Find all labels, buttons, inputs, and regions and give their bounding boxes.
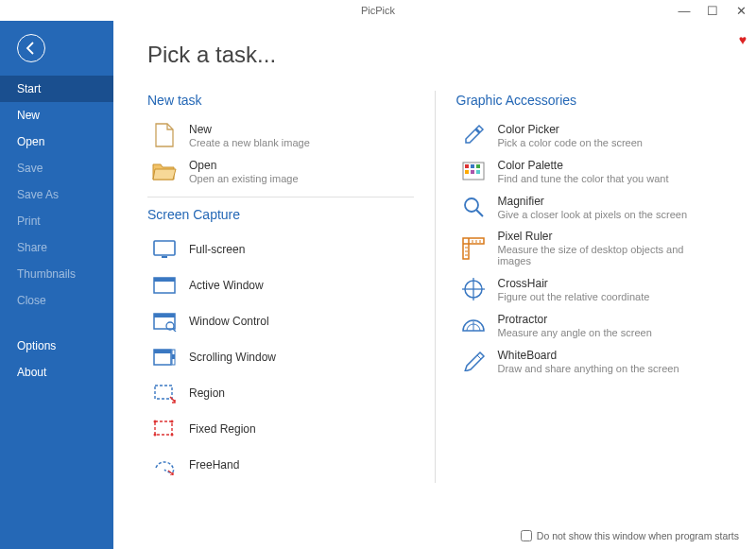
task-desc: Open an existing image [189,173,299,184]
task-title: Fixed Region [189,422,256,436]
task-desc: Find and tune the color that you want [498,173,669,184]
sidebar-label: Print [17,214,41,228]
freehand-icon [151,452,178,478]
minimize-button[interactable]: — [677,4,692,18]
task-color-palette[interactable]: Color Palette Find and tune the color th… [456,153,723,189]
task-title: Full-screen [189,243,245,256]
do-not-show-checkbox[interactable] [521,530,532,541]
task-active-window[interactable]: Active Window [147,267,414,303]
sidebar-item-print[interactable]: Print [0,208,113,234]
close-button[interactable]: ✕ [733,4,748,18]
title-bar: PicPick — ☐ ✕ [0,0,756,21]
svg-point-16 [154,434,157,437]
task-title: WhiteBoard [498,349,679,362]
open-folder-icon [151,158,178,184]
crosshair-icon [460,276,487,302]
task-title: Color Picker [498,123,643,136]
task-freehand[interactable]: FreeHand [147,447,414,483]
svg-point-25 [465,198,478,212]
fixed-region-icon [151,416,178,442]
svg-rect-9 [154,350,171,353]
svg-rect-19 [465,164,469,168]
sidebar-label: Save [17,162,43,175]
color-palette-icon [460,158,487,184]
maximize-button[interactable]: ☐ [705,4,720,18]
task-desc: Figure out the relative coordinate [498,291,650,302]
sidebar-item-save-as[interactable]: Save As [0,181,113,208]
window-controls: — ☐ ✕ [669,0,756,22]
task-desc: Measure any angle on the screen [498,327,652,338]
svg-rect-3 [154,278,175,282]
sidebar-item-about[interactable]: About [0,359,113,386]
footer-checkbox-row[interactable]: Do not show this window when program sta… [521,530,739,541]
svg-point-17 [171,434,174,437]
svg-line-26 [476,210,483,216]
page-title: Pick a task... [147,42,722,68]
sidebar-item-share[interactable]: Share [0,234,113,261]
task-fixed-region[interactable]: Fixed Region [147,411,414,447]
svg-rect-0 [154,241,175,255]
task-title: Magnifier [498,195,688,208]
svg-rect-20 [471,164,474,168]
svg-rect-24 [476,170,480,174]
ruler-icon [460,235,487,262]
svg-rect-23 [471,170,474,174]
svg-rect-5 [154,314,175,317]
sidebar-label: Share [17,241,47,254]
task-scrolling-window[interactable]: Scrolling Window [147,339,414,375]
sidebar-item-save[interactable]: Save [0,155,113,181]
task-pixel-ruler[interactable]: Pixel Ruler Measure the size of desktop … [456,225,723,271]
task-window-control[interactable]: Window Control [147,303,414,339]
scrolling-window-icon [151,344,178,370]
sidebar-item-thumbnails[interactable]: Thumbnails [0,261,113,287]
sidebar-label: Options [17,339,56,352]
task-title: FreeHand [189,458,239,472]
task-title: Scrolling Window [189,351,276,364]
whiteboard-icon [460,348,487,374]
sidebar-item-options[interactable]: Options [0,333,113,359]
task-desc: Measure the size of desktop objects and … [498,244,719,266]
svg-point-14 [154,420,157,423]
task-magnifier[interactable]: Magnifier Give a closer look at pixels o… [456,189,723,225]
task-open[interactable]: Open Open an existing image [147,153,414,189]
task-title: Window Control [189,315,269,328]
task-desc: Create a new blank image [189,137,310,148]
protractor-icon [460,312,487,338]
sidebar: Start New Open Save Save As Print Share … [0,21,113,549]
magnifier-icon [460,194,487,220]
new-file-icon [151,122,178,148]
task-title: New [189,123,310,136]
task-color-picker[interactable]: Color Picker Pick a color code on the sc… [456,117,723,153]
task-title: CrossHair [498,277,650,290]
sidebar-label: New [17,109,40,122]
task-desc: Draw and share anything on the screen [498,363,679,374]
task-desc: Pick a color code on the screen [498,137,643,148]
task-title: Open [189,159,299,172]
section-screen-capture-title: Screen Capture [147,207,414,222]
sidebar-item-open[interactable]: Open [0,129,113,155]
sidebar-label: About [17,366,46,379]
svg-rect-1 [162,256,167,258]
task-region[interactable]: Region [147,375,414,411]
sidebar-item-new[interactable]: New [0,102,113,129]
sidebar-item-start[interactable]: Start [0,76,113,102]
main-content: Pick a task... New task New Create a new… [113,21,756,549]
task-new[interactable]: New Create a new blank image [147,117,414,153]
task-whiteboard[interactable]: WhiteBoard Draw and share anything on th… [456,343,723,379]
svg-rect-13 [155,421,172,435]
sidebar-label: Save As [17,188,59,201]
task-protractor[interactable]: Protractor Measure any angle on the scre… [456,307,723,343]
task-fullscreen[interactable]: Full-screen [147,232,414,267]
window-title: PicPick [361,5,395,16]
region-icon [151,380,178,406]
sidebar-label: Close [17,294,46,307]
back-button[interactable] [17,34,45,62]
svg-line-37 [477,355,481,359]
window-control-icon [151,308,178,335]
footer-checkbox-label: Do not show this window when program sta… [537,530,739,541]
svg-rect-12 [155,386,172,399]
sidebar-item-close[interactable]: Close [0,287,113,314]
task-title: Color Palette [498,159,669,172]
active-window-icon [151,272,178,299]
task-crosshair[interactable]: CrossHair Figure out the relative coordi… [456,271,723,307]
